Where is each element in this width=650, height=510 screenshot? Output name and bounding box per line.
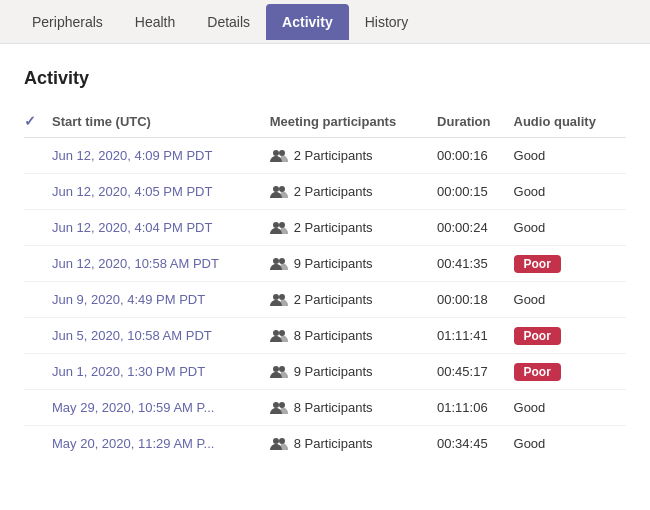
activity-table: ✓ Start time (UTC) Meeting participants … [24,105,626,461]
poor-badge: Poor [514,255,561,273]
row-duration: 00:00:15 [437,174,513,210]
main-content: Activity ✓ Start time (UTC) Meeting part… [0,44,650,510]
poor-badge: Poor [514,363,561,381]
row-check [24,210,52,246]
svg-point-16 [273,438,279,444]
row-duration: 00:00:16 [437,138,513,174]
start-time-link[interactable]: Jun 12, 2020, 4:09 PM PDT [52,148,212,163]
row-check [24,354,52,390]
participants-icon [270,185,288,199]
row-start-time[interactable]: Jun 12, 2020, 4:04 PM PDT [52,210,270,246]
col-start-time: Start time (UTC) [52,105,270,138]
svg-point-17 [279,438,285,444]
svg-point-1 [279,150,285,156]
svg-point-7 [279,258,285,264]
start-time-link[interactable]: Jun 5, 2020, 10:58 AM PDT [52,328,212,343]
start-time-link[interactable]: May 20, 2020, 11:29 AM P... [52,436,214,451]
row-check [24,138,52,174]
participants-icon [270,293,288,307]
svg-point-6 [273,258,279,264]
tab-history[interactable]: History [349,4,425,40]
svg-point-4 [273,222,279,228]
row-start-time[interactable]: Jun 5, 2020, 10:58 AM PDT [52,318,270,354]
check-icon: ✓ [24,113,36,129]
row-participants: 8 Participants [270,318,437,354]
row-start-time[interactable]: Jun 12, 2020, 10:58 AM PDT [52,246,270,282]
start-time-link[interactable]: Jun 12, 2020, 4:04 PM PDT [52,220,212,235]
row-participants-count: 8 Participants [294,328,373,343]
poor-badge: Poor [514,327,561,345]
row-check [24,318,52,354]
tab-health[interactable]: Health [119,4,191,40]
row-participants-count: 2 Participants [294,148,373,163]
table-row: Jun 1, 2020, 1:30 PM PDT9 Participants00… [24,354,626,390]
row-check [24,174,52,210]
svg-point-8 [273,294,279,300]
row-start-time[interactable]: Jun 9, 2020, 4:49 PM PDT [52,282,270,318]
col-check: ✓ [24,105,52,138]
row-check [24,390,52,426]
participants-icon [270,329,288,343]
col-duration: Duration [437,105,513,138]
tab-activity[interactable]: Activity [266,4,349,40]
svg-point-10 [273,330,279,336]
participants-icon [270,149,288,163]
svg-point-3 [279,186,285,192]
row-audio-quality: Good [514,210,626,246]
tab-details[interactable]: Details [191,4,266,40]
row-start-time[interactable]: Jun 1, 2020, 1:30 PM PDT [52,354,270,390]
table-row: May 20, 2020, 11:29 AM P...8 Participant… [24,426,626,462]
table-row: May 29, 2020, 10:59 AM P...8 Participant… [24,390,626,426]
row-check [24,282,52,318]
table-row: Jun 12, 2020, 10:58 AM PDT9 Participants… [24,246,626,282]
row-participants: 2 Participants [270,174,437,210]
col-participants: Meeting participants [270,105,437,138]
row-participants-count: 2 Participants [294,292,373,307]
row-audio-quality: Good [514,426,626,462]
row-participants-count: 8 Participants [294,436,373,451]
row-start-time[interactable]: Jun 12, 2020, 4:09 PM PDT [52,138,270,174]
row-duration: 00:00:18 [437,282,513,318]
svg-point-15 [279,402,285,408]
row-participants: 2 Participants [270,138,437,174]
participants-icon [270,365,288,379]
row-audio-quality: Poor [514,354,626,390]
start-time-link[interactable]: Jun 12, 2020, 10:58 AM PDT [52,256,219,271]
row-participants-count: 2 Participants [294,184,373,199]
svg-point-12 [273,366,279,372]
row-audio-quality: Good [514,174,626,210]
start-time-link[interactable]: May 29, 2020, 10:59 AM P... [52,400,214,415]
table-row: Jun 5, 2020, 10:58 AM PDT8 Participants0… [24,318,626,354]
row-start-time[interactable]: May 20, 2020, 11:29 AM P... [52,426,270,462]
participants-icon [270,401,288,415]
row-audio-quality: Good [514,138,626,174]
row-participants: 9 Participants [270,354,437,390]
row-start-time[interactable]: May 29, 2020, 10:59 AM P... [52,390,270,426]
row-participants-count: 9 Participants [294,256,373,271]
table-row: Jun 12, 2020, 4:05 PM PDT2 Participants0… [24,174,626,210]
row-participants-count: 9 Participants [294,364,373,379]
row-audio-quality: Poor [514,318,626,354]
start-time-link[interactable]: Jun 12, 2020, 4:05 PM PDT [52,184,212,199]
start-time-link[interactable]: Jun 9, 2020, 4:49 PM PDT [52,292,205,307]
row-participants: 8 Participants [270,390,437,426]
row-participants-count: 2 Participants [294,220,373,235]
row-duration: 00:34:45 [437,426,513,462]
svg-point-13 [279,366,285,372]
table-row: Jun 12, 2020, 4:04 PM PDT2 Participants0… [24,210,626,246]
row-duration: 00:00:24 [437,210,513,246]
row-participants: 8 Participants [270,426,437,462]
table-row: Jun 9, 2020, 4:49 PM PDT2 Participants00… [24,282,626,318]
svg-point-5 [279,222,285,228]
page-title: Activity [24,68,626,89]
row-duration: 00:41:35 [437,246,513,282]
start-time-link[interactable]: Jun 1, 2020, 1:30 PM PDT [52,364,205,379]
row-participants: 2 Participants [270,282,437,318]
row-participants-count: 8 Participants [294,400,373,415]
tab-peripherals[interactable]: Peripherals [16,4,119,40]
table-header-row: ✓ Start time (UTC) Meeting participants … [24,105,626,138]
row-duration: 01:11:41 [437,318,513,354]
row-duration: 01:11:06 [437,390,513,426]
tab-bar: PeripheralsHealthDetailsActivityHistory [0,0,650,44]
row-start-time[interactable]: Jun 12, 2020, 4:05 PM PDT [52,174,270,210]
